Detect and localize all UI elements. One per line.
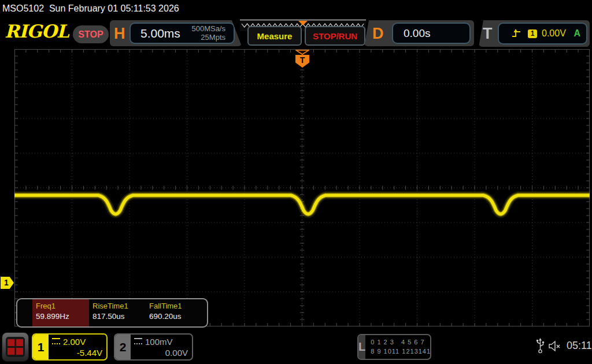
oscilloscope-screen: MSO5102 Sun February 01 05:11:53 2026 RI… — [0, 0, 592, 364]
measure-button[interactable]: Measure — [247, 26, 302, 46]
trigger-level-value: 0.00V — [542, 28, 566, 39]
usb-icon — [536, 338, 545, 356]
dc-coupling-icon — [52, 338, 60, 344]
trigger-position-triangle-icon — [295, 50, 309, 55]
horizontal-label: H — [114, 24, 125, 42]
horizontal-settings-block[interactable]: H 5.00ms 500MSa/s 25Mpts — [110, 20, 242, 46]
channel2-values: 100mV 0.00V — [131, 335, 192, 359]
timebase-value: 5.00ms — [131, 27, 180, 40]
rigol-logo: RIGOL — [5, 21, 69, 42]
trigger-valuebox[interactable]: 1 0.00V A — [498, 23, 587, 44]
stop-run-button[interactable]: STOP/RUN — [305, 26, 365, 46]
measurement-risetime1[interactable]: RiseTime1 817.50us — [89, 299, 146, 326]
channel2-scale: 100mV — [145, 337, 173, 347]
delay-valuebox[interactable]: 0.00s — [392, 23, 471, 44]
measurement-value: 817.50us — [92, 312, 146, 321]
logic-channel-numbers: 0 1 2 3 4 5 6 7 8 9 1011 12131415 — [365, 335, 431, 359]
measurement-label: Freq1 — [36, 302, 89, 310]
sample-rate: 500MSa/s — [191, 25, 225, 34]
trigger-settings-block[interactable]: T 1 0.00V A — [479, 20, 590, 47]
measurement-falltime1[interactable]: FallTime1 690.20us — [146, 299, 202, 326]
delay-settings-block[interactable]: D 0.00s — [364, 20, 474, 46]
channel2-status-box[interactable]: 2 100mV 0.00V — [114, 333, 193, 361]
logic-row-0-7: 0 1 2 3 4 5 6 7 — [371, 338, 431, 347]
measurement-spacer — [17, 299, 32, 326]
delay-label: D — [372, 24, 384, 42]
channel1-scale: 2.00V — [63, 337, 86, 347]
delay-value: 0.00s — [393, 27, 430, 40]
clock-time: 05:11 — [567, 340, 592, 352]
channel1-waveform — [14, 49, 590, 326]
rising-edge-icon — [512, 29, 521, 38]
channel2-offset: 0.00V — [134, 348, 188, 358]
measurement-freq1[interactable]: Freq1 59.899Hz — [32, 299, 89, 326]
channel1-offset: -5.44V — [52, 348, 102, 358]
measurement-label: RiseTime1 — [92, 302, 146, 310]
logic-tab[interactable]: L — [358, 335, 365, 359]
measurement-label: FallTime1 — [149, 302, 202, 310]
menu-grid-icon — [6, 337, 25, 357]
acquisition-rates: 500MSa/s 25Mpts — [191, 25, 234, 42]
channel1-status-box[interactable]: 1 2.00V -5.44V — [32, 333, 108, 361]
memory-depth: 25Mpts — [201, 34, 225, 42]
channel1-values: 2.00V -5.44V — [49, 335, 106, 359]
measurement-panel[interactable]: Freq1 59.899Hz RiseTime1 817.50us FallTi… — [16, 298, 208, 328]
trigger-label: T — [483, 25, 493, 43]
measurement-value: 690.20us — [149, 312, 202, 321]
timebase-valuebox[interactable]: 5.00ms 500MSa/s 25Mpts — [130, 23, 235, 44]
logic-channels-box[interactable]: L 0 1 2 3 4 5 6 7 8 9 1011 12131415 — [357, 334, 431, 360]
trigger-flag-icon: T — [295, 55, 309, 68]
channel1-tab[interactable]: 1 — [33, 335, 49, 359]
menu-grid-button[interactable] — [2, 332, 29, 362]
page-title: MSO5102 Sun February 01 05:11:53 2026 — [2, 3, 179, 14]
dc-coupling-icon — [134, 338, 142, 344]
run-state-badge: STOP — [73, 25, 109, 43]
channel1-ground-marker[interactable]: 1 — [1, 277, 14, 289]
channel2-tab[interactable]: 2 — [115, 335, 131, 359]
graticule — [14, 49, 590, 326]
logic-row-8-15: 8 9 1011 12131415 — [371, 347, 431, 356]
trigger-position-marker[interactable]: T — [295, 50, 310, 69]
speaker-muted-icon — [548, 340, 563, 354]
trigger-source-badge: 1 — [528, 29, 537, 38]
measurement-value: 59.899Hz — [36, 312, 89, 321]
trigger-mode-auto: A — [574, 28, 580, 39]
